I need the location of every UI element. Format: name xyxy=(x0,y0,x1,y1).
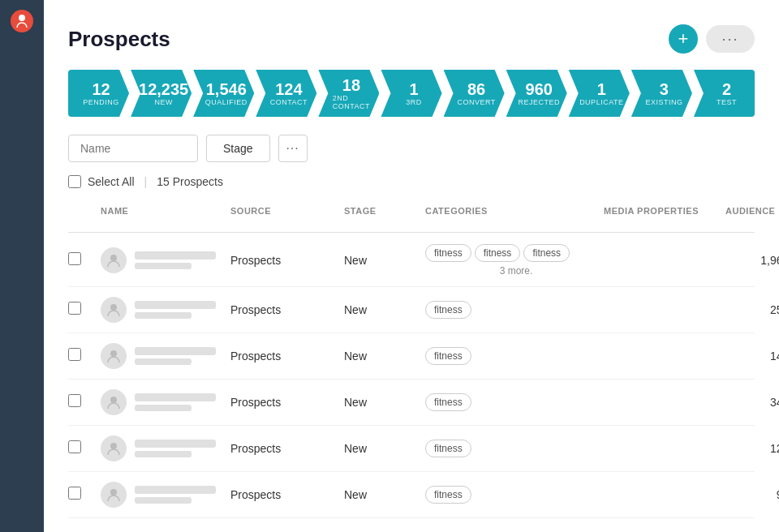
prospects-count: 15 Prospects xyxy=(157,175,223,188)
name-bar-small xyxy=(135,405,192,411)
categories-cell: fitness xyxy=(425,440,604,457)
source-cell: Prospects xyxy=(230,303,344,316)
stage-pending[interactable]: 12 PENDING xyxy=(68,70,129,117)
name-cell xyxy=(101,482,230,508)
category-tag: fitness xyxy=(425,347,471,365)
name-text xyxy=(135,347,216,365)
page-header: Prospects + ··· xyxy=(68,24,755,54)
stage-label-3rd: 3RD xyxy=(406,98,422,106)
stage-label-convert: CONVERT xyxy=(457,98,495,106)
select-all-label[interactable]: Select All xyxy=(88,175,135,188)
name-text xyxy=(135,486,216,504)
stage-filter-button[interactable]: Stage xyxy=(206,135,270,162)
stage-number-pending: 12 xyxy=(92,80,110,98)
audience-cell: 25.59 xyxy=(725,303,779,316)
stage-contact[interactable]: 124 CONTACT xyxy=(256,70,316,117)
category-tag: fitness xyxy=(475,244,521,262)
stage-label-new: NEW xyxy=(154,98,173,106)
prospects-table: NAMESOURCESTAGECATEGORIESMEDIA PROPERTIE… xyxy=(68,200,755,518)
table-row[interactable]: ProspectsNewfitness12.85contact@impact.c… xyxy=(68,426,755,472)
row-checkbox-3[interactable] xyxy=(68,394,81,407)
stage-3rd[interactable]: 1 3RD xyxy=(381,70,441,117)
select-separator: | xyxy=(144,175,148,188)
name-bar xyxy=(135,393,216,401)
category-tag: fitness xyxy=(425,440,471,457)
main-content: Prospects + ··· 12 PENDING 12,235 NEW 1,… xyxy=(44,0,779,532)
source-cell: Prospects xyxy=(230,350,344,363)
filters-row: Stage ··· xyxy=(68,135,755,162)
name-bar-small xyxy=(135,451,192,457)
stage-duplicate[interactable]: 1 DUPLICATE xyxy=(569,70,630,117)
row-checkbox-1[interactable] xyxy=(68,302,81,315)
stage-new[interactable]: 12,235 NEW xyxy=(131,70,192,117)
stage-number-rejected: 960 xyxy=(526,80,553,98)
audience-cell: 34.29 xyxy=(725,396,779,409)
categories-cell: fitnessfitnessfitness3 more. xyxy=(425,244,604,277)
name-cell xyxy=(101,389,230,415)
select-all-checkbox[interactable] xyxy=(68,175,81,188)
stage-label-test: TEST xyxy=(717,98,737,106)
stage-qualified[interactable]: 1,546 QUALIFIED xyxy=(193,70,254,117)
name-text xyxy=(135,440,216,457)
table-col-header-2: SOURCE xyxy=(230,206,344,225)
table-col-header-4: CATEGORIES xyxy=(425,206,604,225)
avatar xyxy=(101,435,127,461)
category-tag: fitness xyxy=(523,244,570,262)
row-checkbox-2[interactable] xyxy=(68,348,81,361)
table-row[interactable]: ProspectsNewfitness14.12contact@impact.c… xyxy=(68,333,755,380)
avatar xyxy=(101,297,127,323)
stage-number-3rd: 1 xyxy=(409,80,418,98)
name-bar xyxy=(135,347,216,355)
stage-label-rejected: REJECTED xyxy=(518,98,560,106)
stage-number-existing: 3 xyxy=(660,80,669,98)
stage-cell: New xyxy=(344,488,425,501)
table-col-header-6: AUDIENCE xyxy=(725,206,779,225)
stage-number-2nd-contact: 18 xyxy=(342,76,360,94)
stage-cell: New xyxy=(344,396,425,409)
stage-rejected[interactable]: 960 REJECTED xyxy=(506,70,567,117)
stage-existing[interactable]: 3 EXISTING xyxy=(631,70,692,117)
filter-more-button[interactable]: ··· xyxy=(278,135,308,162)
stage-2nd-contact[interactable]: 18 2ND CONTACT xyxy=(318,70,379,117)
category-tag: fitness xyxy=(425,244,471,262)
table-row[interactable]: ProspectsNewfitness25.59contact@impact.c… xyxy=(68,287,755,333)
table-col-header-0 xyxy=(68,206,101,225)
audience-cell: 14.12 xyxy=(725,350,779,363)
name-cell xyxy=(101,297,230,323)
page-title: Prospects xyxy=(68,27,170,52)
name-bar xyxy=(135,440,216,448)
avatar xyxy=(101,343,127,369)
stage-test[interactable]: 2 TEST xyxy=(694,70,755,117)
svg-point-3 xyxy=(110,350,117,357)
stage-number-qualified: 1,546 xyxy=(206,80,247,98)
more-options-button[interactable]: ··· xyxy=(706,25,755,53)
stage-number-convert: 86 xyxy=(467,80,485,98)
table-row[interactable]: ProspectsNewfitness9.49contact@impact.co… xyxy=(68,472,755,518)
sidebar-logo[interactable] xyxy=(11,10,33,32)
category-tag: fitness xyxy=(425,486,471,504)
stage-convert[interactable]: 86 CONVERT xyxy=(444,70,505,117)
category-tag: fitness xyxy=(425,393,471,411)
row-checkbox-5[interactable] xyxy=(68,487,81,500)
name-bar-small xyxy=(135,312,192,319)
audience-cell: 12.85 xyxy=(725,442,779,455)
name-bar-small xyxy=(135,263,192,269)
stage-label-pending: PENDING xyxy=(83,98,119,106)
name-filter-input[interactable] xyxy=(68,135,198,162)
add-button[interactable]: + xyxy=(669,24,698,54)
table-col-header-5: MEDIA PROPERTIES xyxy=(604,206,725,225)
svg-point-1 xyxy=(110,255,117,261)
name-cell xyxy=(101,343,230,369)
table-col-header-1: NAME xyxy=(101,206,230,225)
stage-number-duplicate: 1 xyxy=(597,80,606,98)
row-checkbox-0[interactable] xyxy=(68,252,81,265)
stage-label-2nd-contact: 2ND CONTACT xyxy=(333,94,370,110)
table-row[interactable]: ProspectsNewfitnessfitnessfitness3 more.… xyxy=(68,234,755,287)
row-checkbox-4[interactable] xyxy=(68,440,81,453)
name-text xyxy=(135,251,216,269)
audience-cell: 9.49 xyxy=(725,488,779,501)
stage-cell: New xyxy=(344,303,425,316)
table-row[interactable]: ProspectsNewfitness34.29contact@impact.c… xyxy=(68,380,755,426)
categories-cell: fitness xyxy=(425,301,604,319)
svg-point-6 xyxy=(110,489,117,496)
